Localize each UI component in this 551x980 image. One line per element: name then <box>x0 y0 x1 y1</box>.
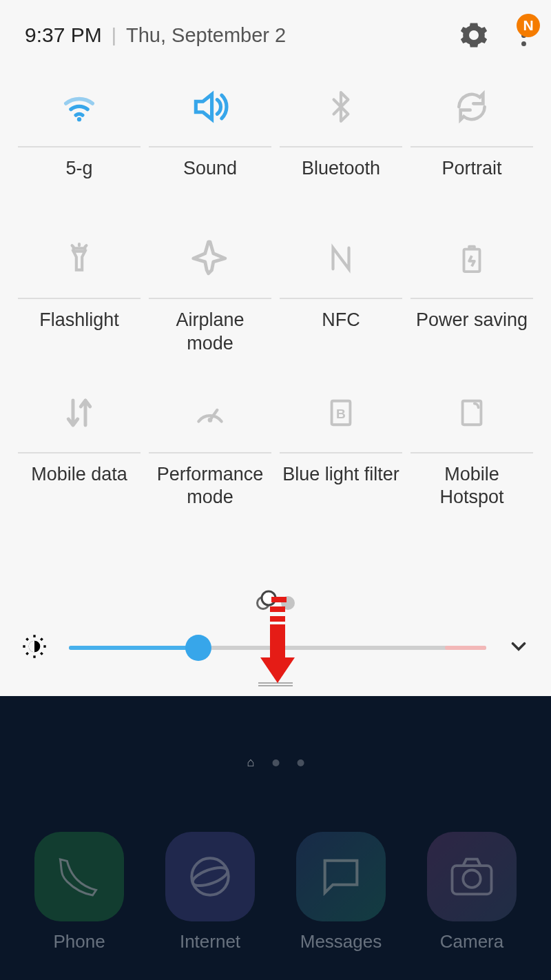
dock-label: Phone <box>53 931 105 952</box>
camera-icon <box>427 832 517 921</box>
brightness-slider[interactable] <box>69 646 486 650</box>
svg-text:B: B <box>336 406 346 420</box>
home-page-indicator: ⌂ <box>247 755 304 770</box>
qs-tile-nfc[interactable]: NFC <box>280 229 402 356</box>
mobile-data-icon <box>61 383 98 442</box>
svg-point-3 <box>463 870 480 888</box>
qs-tile-power-saving[interactable]: Power saving <box>410 229 533 356</box>
qs-tile-bluetooth[interactable]: Bluetooth <box>280 77 402 201</box>
svg-point-1 <box>191 864 230 889</box>
brightness-row <box>0 613 551 682</box>
qs-tile-sound[interactable]: Sound <box>149 77 271 201</box>
sound-icon <box>189 77 231 136</box>
dock-label: Messages <box>300 931 382 952</box>
qs-tile-label[interactable]: Bluetooth <box>299 153 383 201</box>
qs-tile-mobile-data[interactable]: Mobile data <box>18 383 141 510</box>
qs-page-indicator <box>256 596 295 610</box>
rotation-icon <box>453 77 491 136</box>
qs-tile-label[interactable]: NFC <box>319 305 363 353</box>
qs-tile-label[interactable]: Airplane mode <box>149 305 271 356</box>
qs-tiles-grid: 5-g Sound Bluetooth Portrait <box>0 70 551 509</box>
wifi-icon <box>59 77 99 136</box>
qs-tile-performance[interactable]: Performance mode <box>149 383 271 510</box>
settings-button[interactable] <box>459 21 488 50</box>
qs-tile-hotspot[interactable]: Mobile Hotspot <box>410 383 533 510</box>
dock-phone[interactable]: Phone <box>34 832 124 952</box>
airplane-icon <box>190 229 230 288</box>
qs-tile-blue-light[interactable]: B Blue light filter <box>280 383 402 510</box>
qs-tile-label[interactable]: Flashlight <box>37 305 122 353</box>
nfc-icon <box>325 229 357 288</box>
internet-icon <box>165 832 255 921</box>
svg-point-4 <box>77 117 81 121</box>
dock-internet[interactable]: Internet <box>165 832 255 952</box>
blue-light-icon: B <box>325 383 357 442</box>
performance-icon <box>189 383 231 442</box>
bluetooth-icon <box>324 77 358 136</box>
messages-icon <box>296 832 386 921</box>
dock-messages[interactable]: Messages <box>296 832 386 952</box>
notification-badge: N <box>517 14 540 37</box>
dock-camera[interactable]: Camera <box>427 832 517 952</box>
brightness-thumb[interactable] <box>185 635 211 661</box>
qs-tile-label[interactable]: 5-g <box>63 153 95 201</box>
clock-date: Thu, September 2 <box>126 24 286 47</box>
home-dock: Phone Internet Messages Camera <box>0 832 551 952</box>
qs-tile-label[interactable]: Power saving <box>413 305 530 353</box>
phone-icon <box>34 832 124 921</box>
gear-icon <box>459 21 488 50</box>
hotspot-icon <box>456 383 488 442</box>
chevron-down-icon <box>507 635 530 658</box>
dock-label: Camera <box>440 931 503 952</box>
quick-settings-panel: 9:37 PM | Thu, September 2 N 5-g Sound <box>0 0 551 696</box>
flashlight-icon <box>62 229 96 288</box>
panel-drag-handle[interactable] <box>258 682 293 686</box>
qs-tile-airplane[interactable]: Airplane mode <box>149 229 271 356</box>
qs-tile-label[interactable]: Sound <box>180 153 240 201</box>
qs-tile-label[interactable]: Mobile Hotspot <box>410 459 533 510</box>
qs-header: 9:37 PM | Thu, September 2 N <box>0 0 551 70</box>
page-dot-active <box>256 596 270 610</box>
qs-tile-rotation[interactable]: Portrait <box>410 77 533 201</box>
qs-tile-label[interactable]: Portrait <box>439 153 504 201</box>
page-dot <box>281 596 295 610</box>
qs-tile-flashlight[interactable]: Flashlight <box>18 229 141 356</box>
clock-time: 9:37 PM <box>25 23 102 47</box>
qs-tile-wifi[interactable]: 5-g <box>18 77 141 201</box>
qs-tile-label[interactable]: Mobile data <box>28 459 130 507</box>
power-saving-icon <box>456 229 488 288</box>
brightness-icon <box>21 633 48 663</box>
dock-label: Internet <box>180 931 240 952</box>
qs-tile-label[interactable]: Blue light filter <box>280 459 402 507</box>
more-options-button[interactable]: N <box>521 25 526 46</box>
brightness-expand-button[interactable] <box>507 635 530 661</box>
qs-tile-label[interactable]: Performance mode <box>149 459 271 510</box>
